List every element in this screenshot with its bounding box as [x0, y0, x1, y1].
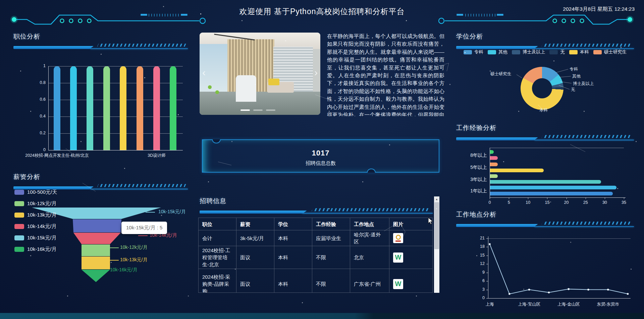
x-axis-tick — [547, 197, 547, 199]
legend-item[interactable]: 10k-15k元/月 — [14, 235, 75, 241]
legend-swatch — [14, 201, 24, 206]
experience-panel-header: 工作经验分析 — [456, 124, 634, 140]
legend-item[interactable]: 本科 — [569, 49, 589, 55]
y-axis-tick-label: 1 — [34, 63, 46, 68]
table-scrollbar[interactable]: ▲ — [434, 196, 439, 293]
legend-item[interactable]: 硕士研究生 — [593, 49, 627, 55]
title-underline-decoration — [13, 184, 188, 189]
legend-swatch — [14, 235, 24, 240]
bar[interactable] — [490, 150, 494, 154]
circuit-decoration-right — [427, 10, 635, 29]
funnel-label-line — [109, 247, 119, 248]
experience-bar-chart[interactable]: 051015202530358年以上5年以上3年以上1年以上 — [470, 145, 637, 209]
y-axis-tick-label: 0.6 — [34, 97, 46, 102]
panel-title: 学位分析 — [456, 32, 634, 41]
carousel-next-button[interactable]: › — [314, 67, 318, 78]
plot-top-border — [490, 148, 624, 148]
bar[interactable] — [87, 66, 93, 150]
legend-item[interactable]: 博士及以上 — [512, 49, 545, 55]
star — [163, 6, 164, 7]
legend-swatch — [549, 50, 558, 54]
scrollbar-thumb[interactable] — [434, 202, 439, 249]
x-axis-category-label: 东莞-东莞市 — [597, 302, 619, 307]
gridline — [48, 133, 183, 134]
carousel-indicator[interactable] — [240, 109, 250, 111]
panel-title: 职位分析 — [13, 32, 188, 41]
legend-label: 10k-15k元/月 — [27, 235, 57, 241]
carousel-indicator[interactable] — [266, 109, 275, 111]
salary-panel-header: 薪资分析 — [13, 173, 188, 189]
x-axis-tick — [528, 197, 528, 199]
bar[interactable] — [137, 66, 143, 150]
table-header-cell: 职位 — [199, 218, 236, 230]
bar[interactable] — [54, 66, 60, 150]
bar[interactable] — [153, 66, 160, 150]
bar[interactable] — [490, 156, 498, 160]
x-axis-category-label: 3D设计师 — [148, 153, 165, 158]
bar[interactable] — [490, 174, 498, 178]
star — [362, 181, 363, 182]
location-line-chart[interactable]: 211815129630上海上海-宝山区上海-金山区东莞-东莞市 — [463, 232, 637, 311]
legend-swatch — [14, 247, 24, 252]
legend-item[interactable]: 10k-14k元/月 — [14, 223, 75, 230]
bar[interactable] — [490, 186, 616, 189]
location-panel-header: 工作地点分析 — [456, 210, 634, 227]
bar[interactable] — [490, 163, 498, 166]
legend-item[interactable]: 无 — [549, 49, 565, 55]
bar[interactable] — [70, 66, 77, 150]
funnel-label-line — [99, 270, 109, 271]
funnel-label-line — [138, 235, 148, 236]
legend-item[interactable]: 其他 — [488, 49, 507, 55]
legend-label: 博士及以上 — [523, 49, 545, 55]
bar[interactable] — [103, 66, 110, 150]
bar[interactable] — [170, 66, 176, 150]
table-header-cell: 图片 — [389, 218, 432, 230]
star — [20, 175, 21, 176]
table-cell-experience: 不限 — [312, 246, 350, 269]
legend-item[interactable]: 10k-16k元/月 — [14, 246, 75, 253]
bar[interactable] — [490, 180, 601, 184]
scrollbar-up-arrow-icon[interactable]: ▲ — [434, 196, 439, 202]
star — [636, 141, 637, 142]
table-cell-position: 2024校招-工程管理管培生-北京 — [199, 246, 236, 269]
x-axis-tick — [567, 197, 567, 199]
star — [178, 114, 179, 115]
legend-item[interactable]: 10k-12k元/月 — [14, 200, 75, 207]
bar[interactable] — [120, 66, 126, 150]
carousel-indicator[interactable] — [253, 109, 263, 111]
legend-swatch — [488, 50, 496, 54]
legend-item[interactable]: 专科 — [464, 49, 483, 55]
table-cell-degree: 本科 — [274, 269, 312, 293]
star — [101, 54, 102, 55]
star — [465, 52, 466, 53]
title-underline-decoration — [13, 43, 188, 49]
y-axis-category-label: 8年以上 — [470, 152, 487, 158]
legend-item[interactable]: 10k-13k元/月 — [14, 212, 75, 218]
star — [570, 242, 571, 243]
logo-caption — [395, 240, 401, 242]
x-axis-tick — [490, 197, 490, 199]
mouse-cursor — [427, 217, 435, 225]
star — [416, 295, 417, 297]
x-axis-tick-label: 35 — [621, 200, 627, 205]
recruit-table[interactable]: 职位薪资学位工作经验工作地点图片会计3k-5k元/月本科应届毕业生哈尔滨-道外区… — [198, 218, 433, 293]
star — [617, 188, 618, 189]
x-axis-tick-label: 20 — [563, 200, 570, 205]
carousel-prev-button[interactable]: ‹ — [202, 67, 206, 78]
x-axis-tick — [509, 197, 509, 199]
table-header-cell: 薪资 — [236, 218, 274, 230]
position-bar-chart[interactable]: 10.80.60.40.202024校招-网点开发主任-杭州/北京3D设计师 — [34, 62, 191, 163]
table-cell-location: 北京 — [350, 246, 389, 269]
star — [372, 47, 373, 48]
image-carousel[interactable]: ‹ › — [200, 33, 320, 115]
table-cell-logo: W — [389, 246, 432, 269]
bar[interactable] — [490, 169, 544, 172]
bar[interactable] — [490, 192, 613, 195]
degree-donut-chart[interactable] — [521, 67, 564, 110]
star — [111, 262, 112, 263]
legend-label: 无 — [560, 49, 565, 55]
x-axis-category-label: 2024校招-网点开发主任-杭州/北京 — [25, 153, 89, 158]
legend-item[interactable]: 100-500元/天 — [14, 189, 75, 195]
table-cell-salary: 面议 — [236, 246, 274, 269]
pie-callout-label: 专科 — [570, 66, 578, 72]
